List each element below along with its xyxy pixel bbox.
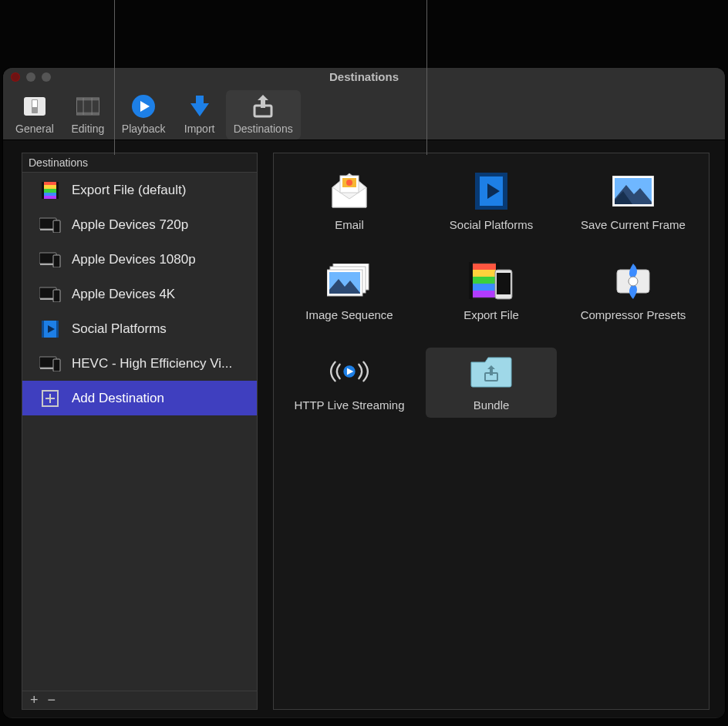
svg-rect-64 — [469, 262, 473, 299]
devices-icon — [39, 355, 61, 372]
preferences-window: Destinations General Editing Playback Im… — [3, 68, 725, 718]
svg-rect-62 — [473, 284, 496, 291]
folder-share-icon — [468, 352, 514, 391]
tab-import[interactable]: Import — [174, 90, 226, 139]
close-window-icon[interactable] — [11, 72, 20, 82]
envelope-icon — [326, 172, 372, 210]
window-controls — [11, 72, 51, 82]
tab-editing[interactable]: Editing — [62, 90, 114, 139]
sidebar-item-apple-4k[interactable]: Apple Devices 4K — [22, 277, 257, 311]
body: Destinations Export File (default) Apple… — [3, 140, 725, 718]
gallery-item-hls[interactable]: HTTP Live Streaming — [284, 348, 415, 418]
svg-rect-47 — [475, 206, 507, 210]
svg-rect-4 — [76, 98, 99, 100]
tile-label: Export File — [463, 308, 519, 321]
photo-mountain-icon — [610, 172, 656, 210]
devices-icon — [39, 286, 61, 303]
add-box-icon — [39, 390, 61, 407]
svg-rect-16 — [44, 196, 56, 199]
svg-rect-2 — [32, 100, 37, 107]
sidebar-footer: + − — [22, 691, 257, 709]
svg-rect-24 — [53, 255, 60, 267]
svg-point-42 — [346, 180, 352, 186]
slider-icon — [22, 93, 48, 119]
tab-label: Editing — [71, 123, 104, 135]
add-button[interactable]: + — [30, 692, 39, 708]
gallery-item-compressor[interactable]: Compressor Presets — [568, 257, 699, 328]
gallery-item-save-frame[interactable]: Save Current Frame — [568, 167, 699, 237]
tile-label: Image Sequence — [305, 308, 393, 321]
svg-rect-29 — [42, 321, 44, 338]
sidebar-item-label: Export File (default) — [72, 183, 186, 198]
tile-label: HTTP Live Streaming — [294, 398, 404, 412]
tile-label: Save Current Frame — [581, 218, 686, 231]
sidebar-item-hevc[interactable]: HEVC - High Efficiency Vi... — [22, 346, 257, 381]
tile-label: Social Platforms — [450, 218, 533, 231]
minimize-window-icon[interactable] — [26, 72, 35, 82]
sidebar-item-social[interactable]: Social Platforms — [22, 311, 257, 346]
gallery-item-email[interactable]: Email — [284, 167, 415, 237]
share-icon — [250, 93, 276, 119]
photo-stack-icon — [326, 262, 372, 301]
sidebar-item-apple-720[interactable]: Apple Devices 720p — [22, 207, 257, 242]
sidebar-item-label: Apple Devices 4K — [72, 287, 175, 302]
zoom-window-icon[interactable] — [42, 72, 51, 82]
tab-playback[interactable]: Playback — [114, 90, 174, 139]
sidebar-item-export-file[interactable]: Export File (default) — [22, 173, 257, 207]
tab-destinations[interactable]: Destinations — [226, 90, 301, 139]
svg-rect-61 — [473, 277, 496, 284]
svg-rect-27 — [53, 290, 60, 302]
tile-label: Bundle — [474, 398, 510, 412]
sidebar-item-apple-1080[interactable]: Apple Devices 1080p — [22, 242, 257, 277]
tab-label: Playback — [122, 123, 166, 135]
tile-label: Compressor Presets — [581, 308, 686, 321]
gallery-item-image-seq[interactable]: Image Sequence — [284, 257, 415, 328]
titlebar[interactable]: Destinations — [3, 68, 725, 86]
sidebar-item-label: Social Platforms — [72, 321, 167, 337]
svg-rect-15 — [44, 193, 56, 196]
tile-label: Email — [335, 218, 364, 231]
svg-rect-45 — [503, 173, 507, 210]
svg-rect-59 — [473, 264, 496, 270]
film-phone-icon — [468, 262, 514, 301]
filmstrip-color-icon — [39, 182, 61, 199]
tab-general[interactable]: General — [8, 90, 62, 139]
svg-rect-67 — [497, 273, 511, 294]
svg-rect-21 — [53, 220, 60, 233]
film-play-icon — [468, 172, 514, 210]
toolbar: General Editing Playback Import Destinat… — [3, 86, 725, 139]
film-play-icon — [39, 321, 61, 338]
sidebar-item-add-destination[interactable]: Add Destination — [22, 381, 257, 415]
remove-button[interactable]: − — [48, 692, 56, 708]
svg-rect-18 — [56, 182, 59, 199]
compressor-icon — [610, 262, 656, 301]
callout-line-sidebar — [114, 0, 115, 155]
svg-point-69 — [629, 277, 638, 286]
gallery-item-social[interactable]: Social Platforms — [426, 167, 557, 237]
sidebar-item-label: Apple Devices 720p — [72, 217, 188, 233]
svg-rect-44 — [475, 173, 480, 210]
gallery-grid: Email Social Platforms Save Current Fram… — [281, 167, 701, 418]
filmstrip-icon — [75, 93, 101, 119]
gallery-item-bundle[interactable]: Bundle — [426, 348, 557, 418]
svg-rect-60 — [473, 270, 496, 277]
gallery: Email Social Platforms Save Current Fram… — [273, 153, 709, 710]
window-title: Destinations — [329, 70, 399, 83]
svg-rect-63 — [473, 291, 496, 297]
sidebar-item-label: HEVC - High Efficiency Vi... — [72, 356, 232, 371]
svg-rect-46 — [475, 173, 507, 176]
svg-rect-5 — [76, 113, 99, 115]
sidebar-item-label: Apple Devices 1080p — [72, 252, 196, 267]
svg-rect-34 — [53, 359, 60, 371]
callout-line-gallery — [426, 0, 427, 155]
sidebar-item-label: Add Destination — [72, 391, 164, 406]
tab-label: Import — [184, 123, 215, 135]
devices-icon — [39, 217, 61, 234]
sidebar-list: Export File (default) Apple Devices 720p… — [22, 173, 257, 691]
broadcast-icon — [326, 352, 372, 391]
play-circle-icon — [130, 93, 157, 119]
svg-rect-17 — [42, 182, 44, 199]
devices-icon — [39, 251, 61, 268]
gallery-item-export-file[interactable]: Export File — [426, 257, 557, 328]
tab-label: Destinations — [234, 123, 293, 135]
